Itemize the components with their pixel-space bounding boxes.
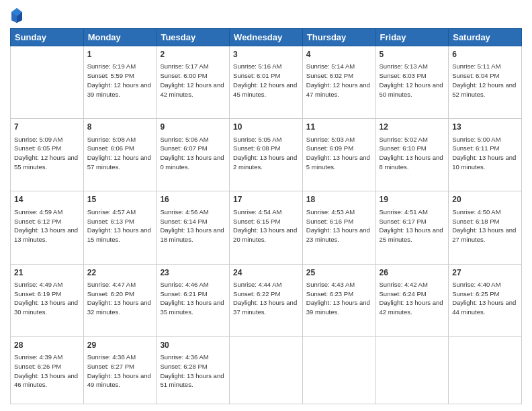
cell-content: 4Sunrise: 5:14 AMSunset: 6:02 PMDaylight… (306, 49, 372, 99)
cell-content: 18Sunrise: 4:53 AMSunset: 6:16 PMDayligh… (306, 194, 372, 244)
cell-content: 1Sunrise: 5:19 AMSunset: 5:59 PMDaylight… (87, 49, 153, 99)
calendar-cell: 13Sunrise: 5:00 AMSunset: 6:11 PMDayligh… (449, 119, 522, 191)
day-number: 25 (306, 267, 372, 279)
day-number: 20 (452, 194, 518, 205)
cell-content: 24Sunrise: 4:44 AMSunset: 6:22 PMDayligh… (233, 267, 299, 317)
header (10, 7, 522, 23)
cell-content: 12Sunrise: 5:02 AMSunset: 6:10 PMDayligh… (380, 122, 445, 171)
day-number: 28 (14, 340, 80, 351)
calendar-cell: 18Sunrise: 4:53 AMSunset: 6:16 PMDayligh… (302, 191, 375, 264)
day-number: 15 (87, 194, 153, 205)
day-number: 3 (233, 49, 299, 60)
day-number: 5 (380, 49, 445, 60)
calendar-cell (302, 336, 375, 404)
weekday-header-row: SundayMondayTuesdayWednesdayThursdayFrid… (11, 29, 522, 46)
cell-content: 21Sunrise: 4:49 AMSunset: 6:19 PMDayligh… (14, 267, 80, 317)
cell-content: 17Sunrise: 4:54 AMSunset: 6:15 PMDayligh… (233, 194, 299, 244)
calendar-cell: 16Sunrise: 4:56 AMSunset: 6:14 PMDayligh… (157, 191, 230, 264)
cell-content: 23Sunrise: 4:46 AMSunset: 6:21 PMDayligh… (160, 267, 226, 317)
cell-content: 6Sunrise: 5:11 AMSunset: 6:04 PMDaylight… (452, 49, 518, 99)
logo-icon (10, 7, 24, 23)
cell-content: 9Sunrise: 5:06 AMSunset: 6:07 PMDaylight… (160, 122, 226, 171)
week-row-0: 1Sunrise: 5:19 AMSunset: 5:59 PMDaylight… (11, 46, 522, 119)
weekday-header-wednesday: Wednesday (230, 29, 303, 46)
cell-content: 28Sunrise: 4:39 AMSunset: 6:26 PMDayligh… (14, 340, 80, 390)
day-number: 29 (87, 340, 153, 351)
calendar-cell: 24Sunrise: 4:44 AMSunset: 6:22 PMDayligh… (230, 264, 303, 336)
day-number: 27 (452, 267, 518, 279)
cell-content: 15Sunrise: 4:57 AMSunset: 6:13 PMDayligh… (87, 194, 153, 244)
cell-content: 11Sunrise: 5:03 AMSunset: 6:09 PMDayligh… (306, 122, 372, 171)
calendar-cell: 15Sunrise: 4:57 AMSunset: 6:13 PMDayligh… (83, 191, 157, 264)
day-number: 30 (160, 340, 226, 351)
cell-content: 13Sunrise: 5:00 AMSunset: 6:11 PMDayligh… (452, 122, 518, 171)
week-row-1: 7Sunrise: 5:09 AMSunset: 6:05 PMDaylight… (11, 119, 522, 191)
day-number: 17 (233, 194, 299, 205)
calendar-cell: 8Sunrise: 5:08 AMSunset: 6:06 PMDaylight… (83, 119, 157, 191)
calendar-cell: 26Sunrise: 4:42 AMSunset: 6:24 PMDayligh… (375, 264, 449, 336)
cell-content: 8Sunrise: 5:08 AMSunset: 6:06 PMDaylight… (87, 122, 153, 171)
day-number: 23 (160, 267, 226, 279)
day-number: 4 (306, 49, 372, 60)
calendar-cell: 17Sunrise: 4:54 AMSunset: 6:15 PMDayligh… (230, 191, 303, 264)
calendar-cell: 6Sunrise: 5:11 AMSunset: 6:04 PMDaylight… (449, 46, 522, 119)
day-number: 19 (380, 194, 445, 205)
day-number: 24 (233, 267, 299, 279)
cell-content: 27Sunrise: 4:40 AMSunset: 6:25 PMDayligh… (452, 267, 518, 317)
weekday-header-tuesday: Tuesday (157, 29, 230, 46)
day-number: 13 (452, 122, 518, 133)
calendar-cell: 29Sunrise: 4:38 AMSunset: 6:27 PMDayligh… (83, 336, 157, 404)
calendar-cell: 19Sunrise: 4:51 AMSunset: 6:17 PMDayligh… (375, 191, 449, 264)
cell-content: 25Sunrise: 4:43 AMSunset: 6:23 PMDayligh… (306, 267, 372, 317)
cell-content: 30Sunrise: 4:36 AMSunset: 6:28 PMDayligh… (160, 340, 226, 390)
day-number: 7 (14, 122, 80, 133)
calendar-cell: 22Sunrise: 4:47 AMSunset: 6:20 PMDayligh… (83, 264, 157, 336)
cell-content: 19Sunrise: 4:51 AMSunset: 6:17 PMDayligh… (380, 194, 445, 244)
calendar-cell: 3Sunrise: 5:16 AMSunset: 6:01 PMDaylight… (230, 46, 303, 119)
calendar-cell: 2Sunrise: 5:17 AMSunset: 6:00 PMDaylight… (157, 46, 230, 119)
cell-content: 20Sunrise: 4:50 AMSunset: 6:18 PMDayligh… (452, 194, 518, 244)
page: SundayMondayTuesdayWednesdayThursdayFrid… (0, 0, 532, 411)
week-row-4: 28Sunrise: 4:39 AMSunset: 6:26 PMDayligh… (11, 336, 522, 404)
calendar-cell: 7Sunrise: 5:09 AMSunset: 6:05 PMDaylight… (11, 119, 84, 191)
day-number: 21 (14, 267, 80, 279)
calendar-cell: 20Sunrise: 4:50 AMSunset: 6:18 PMDayligh… (449, 191, 522, 264)
calendar-cell: 4Sunrise: 5:14 AMSunset: 6:02 PMDaylight… (302, 46, 375, 119)
cell-content: 14Sunrise: 4:59 AMSunset: 6:12 PMDayligh… (14, 194, 80, 244)
day-number: 26 (380, 267, 445, 279)
day-number: 2 (160, 49, 226, 60)
calendar-cell (230, 336, 303, 404)
day-number: 8 (87, 122, 153, 133)
day-number: 22 (87, 267, 153, 279)
day-number: 1 (87, 49, 153, 60)
weekday-header-friday: Friday (375, 29, 449, 46)
calendar-cell: 14Sunrise: 4:59 AMSunset: 6:12 PMDayligh… (11, 191, 84, 264)
day-number: 9 (160, 122, 226, 133)
day-number: 12 (380, 122, 445, 133)
weekday-header-sunday: Sunday (11, 29, 84, 46)
calendar-cell: 25Sunrise: 4:43 AMSunset: 6:23 PMDayligh… (302, 264, 375, 336)
calendar-cell (449, 336, 522, 404)
week-row-2: 14Sunrise: 4:59 AMSunset: 6:12 PMDayligh… (11, 191, 522, 264)
cell-content: 2Sunrise: 5:17 AMSunset: 6:00 PMDaylight… (160, 49, 226, 99)
calendar-cell: 11Sunrise: 5:03 AMSunset: 6:09 PMDayligh… (302, 119, 375, 191)
cell-content: 7Sunrise: 5:09 AMSunset: 6:05 PMDaylight… (14, 122, 80, 171)
calendar-table: SundayMondayTuesdayWednesdayThursdayFrid… (10, 28, 522, 404)
day-number: 11 (306, 122, 372, 133)
day-number: 14 (14, 194, 80, 205)
weekday-header-thursday: Thursday (302, 29, 375, 46)
calendar-cell: 30Sunrise: 4:36 AMSunset: 6:28 PMDayligh… (157, 336, 230, 404)
cell-content: 5Sunrise: 5:13 AMSunset: 6:03 PMDaylight… (380, 49, 445, 99)
calendar-cell: 28Sunrise: 4:39 AMSunset: 6:26 PMDayligh… (11, 336, 84, 404)
day-number: 10 (233, 122, 299, 133)
calendar-cell: 23Sunrise: 4:46 AMSunset: 6:21 PMDayligh… (157, 264, 230, 336)
weekday-header-monday: Monday (83, 29, 157, 46)
cell-content: 26Sunrise: 4:42 AMSunset: 6:24 PMDayligh… (380, 267, 445, 317)
calendar-cell (11, 46, 84, 119)
calendar-cell: 1Sunrise: 5:19 AMSunset: 5:59 PMDaylight… (83, 46, 157, 119)
calendar-cell: 10Sunrise: 5:05 AMSunset: 6:08 PMDayligh… (230, 119, 303, 191)
cell-content: 22Sunrise: 4:47 AMSunset: 6:20 PMDayligh… (87, 267, 153, 317)
calendar-cell: 27Sunrise: 4:40 AMSunset: 6:25 PMDayligh… (449, 264, 522, 336)
cell-content: 29Sunrise: 4:38 AMSunset: 6:27 PMDayligh… (87, 340, 153, 390)
logo (10, 7, 26, 23)
